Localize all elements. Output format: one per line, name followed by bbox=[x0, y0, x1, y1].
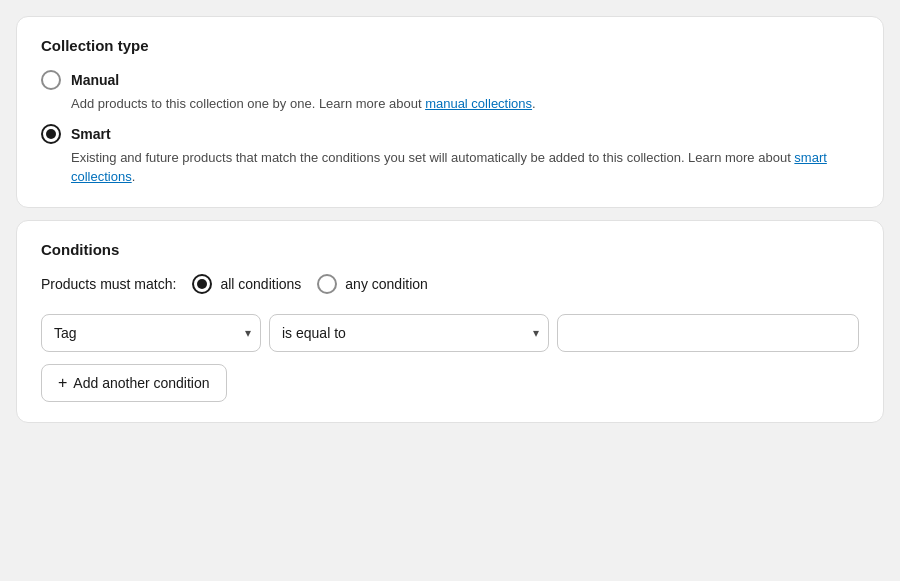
all-conditions-label: all conditions bbox=[220, 276, 301, 292]
match-label: Products must match: bbox=[41, 276, 176, 292]
smart-radio-circle[interactable] bbox=[41, 124, 61, 144]
smart-radio-label: Smart bbox=[71, 126, 111, 142]
manual-radio-label: Manual bbox=[71, 72, 119, 88]
any-condition-radio[interactable] bbox=[317, 274, 337, 294]
any-condition-option[interactable]: any condition bbox=[317, 274, 428, 294]
operator-select[interactable]: is equal to is not equal to starts with … bbox=[269, 314, 549, 352]
add-condition-button[interactable]: + Add another condition bbox=[41, 364, 227, 402]
operator-select-wrapper[interactable]: is equal to is not equal to starts with … bbox=[269, 314, 549, 352]
collection-type-radio-group: Manual Add products to this collection o… bbox=[41, 70, 859, 187]
conditions-title: Conditions bbox=[41, 241, 859, 258]
smart-description-end: . bbox=[132, 169, 136, 184]
conditions-card: Conditions Products must match: all cond… bbox=[16, 220, 884, 423]
manual-radio-description: Add products to this collection one by o… bbox=[71, 94, 859, 114]
condition-value-input[interactable] bbox=[557, 314, 859, 352]
all-conditions-option[interactable]: all conditions bbox=[192, 274, 301, 294]
collection-type-card: Collection type Manual Add products to t… bbox=[16, 16, 884, 208]
manual-radio-label-row[interactable]: Manual bbox=[41, 70, 859, 90]
manual-description-text: Add products to this collection one by o… bbox=[71, 96, 425, 111]
conditions-match-row: Products must match: all conditions any … bbox=[41, 274, 859, 294]
smart-radio-description: Existing and future products that match … bbox=[71, 148, 859, 187]
smart-radio-label-row[interactable]: Smart bbox=[41, 124, 859, 144]
add-condition-label: Add another condition bbox=[73, 375, 209, 391]
tag-select-wrapper[interactable]: Tag Title Type Vendor Price Compare at p… bbox=[41, 314, 261, 352]
manual-radio-circle[interactable] bbox=[41, 70, 61, 90]
smart-radio-item: Smart Existing and future products that … bbox=[41, 124, 859, 187]
manual-collections-link[interactable]: manual collections bbox=[425, 96, 532, 111]
any-condition-label: any condition bbox=[345, 276, 428, 292]
plus-icon: + bbox=[58, 375, 67, 391]
condition-row: Tag Title Type Vendor Price Compare at p… bbox=[41, 314, 859, 352]
all-conditions-radio[interactable] bbox=[192, 274, 212, 294]
collection-type-title: Collection type bbox=[41, 37, 859, 54]
manual-radio-item: Manual Add products to this collection o… bbox=[41, 70, 859, 114]
manual-description-end: . bbox=[532, 96, 536, 111]
smart-description-text: Existing and future products that match … bbox=[71, 150, 794, 165]
tag-select[interactable]: Tag Title Type Vendor Price Compare at p… bbox=[41, 314, 261, 352]
